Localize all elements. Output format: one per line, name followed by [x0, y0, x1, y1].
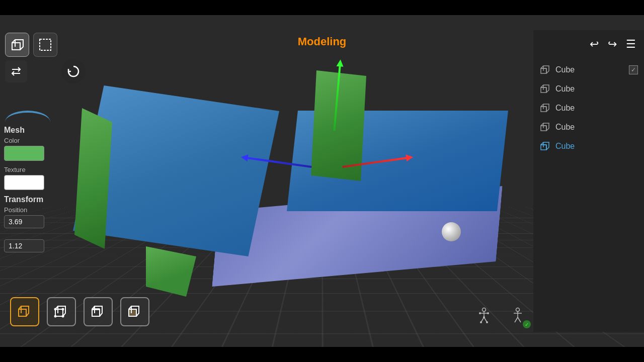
object-name: Cube — [555, 65, 575, 74]
color-label: Color — [4, 137, 74, 144]
rotate-tool-button[interactable] — [61, 59, 86, 83]
svg-point-35 — [62, 315, 64, 318]
svg-point-53 — [480, 321, 482, 323]
toolbar-row-2 — [5, 59, 86, 83]
texture-swatch[interactable] — [4, 175, 44, 190]
object-list-item[interactable]: Cube ✓ — [533, 60, 644, 79]
bottom-right-controls: ✓ — [471, 303, 531, 329]
svg-point-55 — [516, 308, 520, 312]
menu-button[interactable]: ☰ — [624, 36, 638, 53]
svg-rect-29 — [55, 309, 63, 316]
object-list-item[interactable]: Cube — [533, 99, 644, 118]
transform-section: Transform Position — [4, 195, 74, 252]
svg-rect-4 — [40, 39, 51, 50]
svg-point-52 — [483, 316, 485, 318]
position-x-input[interactable] — [4, 215, 44, 228]
green-box-bottom — [146, 246, 196, 297]
texture-section: Texture — [4, 166, 74, 190]
svg-point-36 — [54, 315, 57, 318]
vertex-mode-button[interactable] — [47, 297, 76, 326]
object-name-selected: Cube — [555, 142, 575, 151]
svg-point-50 — [479, 312, 481, 314]
object-list-item[interactable]: Cube — [533, 79, 644, 99]
transform-label: Transform — [4, 195, 74, 204]
viewport-title: Modeling — [298, 35, 347, 48]
svg-point-33 — [54, 308, 57, 311]
color-swatch[interactable] — [4, 146, 44, 161]
object-list-item[interactable]: Cube — [533, 118, 644, 137]
svg-point-54 — [486, 321, 488, 323]
object-list: Cube ✓ Cube — [533, 58, 644, 332]
character-check-badge: ✓ — [523, 320, 531, 328]
object-cube-icon-selected — [539, 141, 550, 152]
toolbar-row-1 — [5, 33, 86, 57]
svg-rect-37 — [92, 309, 100, 316]
svg-rect-41 — [129, 309, 136, 316]
undo-button[interactable]: ↩ — [588, 36, 601, 53]
object-name: Cube — [555, 123, 575, 132]
object-cube-icon — [539, 103, 550, 114]
face-mode-button[interactable] — [120, 297, 149, 326]
left-panel: Mesh Color Texture Transform Position — [4, 126, 74, 257]
object-cube-icon — [539, 122, 550, 133]
sphere-handle[interactable] — [442, 222, 461, 241]
object-cube-icon — [539, 64, 550, 75]
svg-rect-0 — [12, 43, 20, 50]
viewport: Modeling — [0, 15, 644, 347]
object-cube-icon — [539, 83, 550, 95]
object-list-item-selected[interactable]: Cube — [533, 137, 644, 156]
svg-line-59 — [518, 317, 521, 322]
object-visibility-checkbox[interactable]: ✓ — [629, 65, 638, 74]
svg-point-34 — [62, 308, 64, 311]
top-left-toolbar — [5, 33, 86, 83]
svg-rect-25 — [19, 309, 26, 316]
cube-tool-button[interactable] — [5, 33, 29, 57]
mesh-label: Mesh — [4, 126, 74, 135]
bottom-toolbar — [0, 292, 533, 332]
edge-mode-button[interactable] — [84, 297, 113, 326]
object-name: Cube — [555, 84, 575, 94]
texture-label: Texture — [4, 166, 74, 173]
position-label: Position — [4, 206, 74, 214]
top-bar — [0, 0, 644, 15]
redo-button[interactable]: ↪ — [606, 36, 619, 53]
svg-point-51 — [487, 312, 489, 314]
object-name: Cube — [555, 104, 575, 113]
select-tool-button[interactable] — [33, 33, 57, 57]
top-right-toolbar: ↩ ↪ ☰ — [533, 30, 644, 58]
mesh-section: Mesh Color — [4, 126, 74, 161]
svg-line-58 — [515, 317, 518, 322]
position-y-input[interactable] — [4, 239, 44, 252]
svg-point-45 — [482, 308, 486, 312]
bottom-bar — [0, 347, 644, 362]
character-button[interactable]: ✓ — [505, 303, 531, 329]
swap-tool-button[interactable] — [5, 60, 27, 82]
skeleton-button[interactable] — [471, 303, 497, 329]
right-panel: ↩ ↪ ☰ Cube ✓ — [533, 30, 644, 332]
object-mode-button[interactable] — [10, 297, 39, 326]
